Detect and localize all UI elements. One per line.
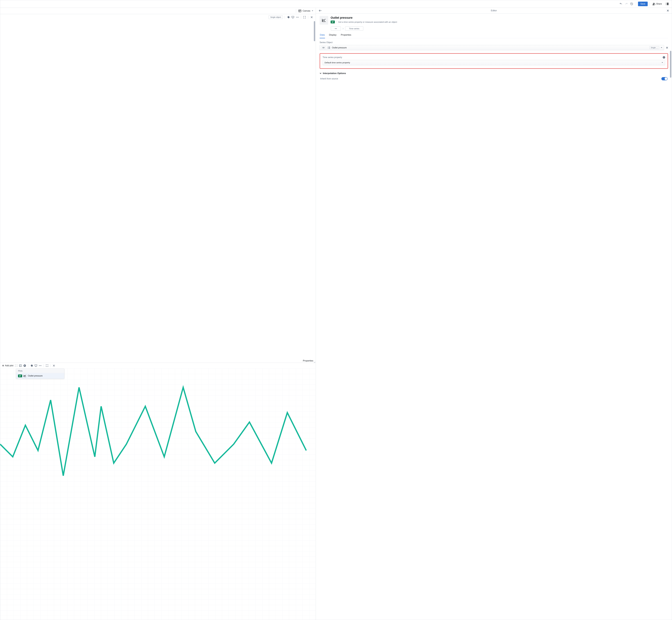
- panel-icon: [666, 3, 669, 5]
- svg-point-10: [298, 17, 299, 17]
- svg-point-16: [41, 365, 41, 366]
- undo-button[interactable]: [619, 1, 623, 6]
- redo-button[interactable]: [624, 1, 629, 6]
- tab-display[interactable]: Display: [329, 34, 337, 38]
- history-icon: [630, 2, 633, 5]
- expand-button[interactable]: [303, 15, 306, 19]
- expand-icon: [303, 16, 306, 18]
- scrollbar-thumb[interactable]: [670, 51, 671, 78]
- download-button[interactable]: [23, 364, 26, 367]
- separator: [650, 2, 650, 6]
- single-object-chip[interactable]: Single object: [268, 15, 283, 19]
- series-object-label: Series Object: [320, 41, 668, 44]
- plot-line-chart: [0, 368, 316, 495]
- inherit-toggle[interactable]: [661, 77, 668, 81]
- svg-point-14: [39, 365, 40, 366]
- plot-more-button[interactable]: [39, 364, 42, 367]
- interpolation-section-toggle[interactable]: Interpolation Options: [320, 72, 668, 75]
- tsp-value: Default time series property: [324, 61, 350, 64]
- breadcrumb-more[interactable]: •••: [331, 27, 341, 31]
- series-object-selector[interactable]: $D Outlet pressure Single …: [320, 45, 664, 50]
- tsp-label: Time series property: [322, 56, 342, 59]
- canvas-widget-pane: Single object: [0, 14, 316, 363]
- add-plot-button[interactable]: Add plot: [2, 364, 13, 367]
- chevron-down-icon: [320, 73, 321, 74]
- svg-point-19: [327, 48, 328, 49]
- breadcrumb: ••• Time series: [331, 27, 668, 31]
- f-badge: $F: [330, 20, 335, 23]
- series-object-tag: Single …: [650, 46, 659, 49]
- tab-data[interactable]: Data: [320, 34, 325, 38]
- plot-present-button[interactable]: [35, 364, 37, 367]
- info-icon[interactable]: [663, 56, 665, 59]
- svg-point-0: [653, 3, 654, 4]
- plot-area[interactable]: Plots $F Outlet pressure: [0, 368, 316, 620]
- close-icon: [311, 16, 313, 18]
- more-button[interactable]: [296, 15, 299, 19]
- inherit-toggle-row: Inherit from source: [320, 77, 668, 81]
- close-icon: [666, 47, 668, 49]
- panel-toggle-button[interactable]: [665, 1, 669, 6]
- split-button[interactable]: [19, 364, 22, 367]
- properties-label: Properties: [303, 359, 313, 362]
- plot-expand-button[interactable]: [46, 364, 49, 367]
- series-object-section: Series Object $D Outlet pressure Single …: [320, 41, 668, 50]
- presentation-icon: [35, 364, 37, 367]
- close-widget-button[interactable]: [310, 15, 313, 19]
- f-badge: $F: [18, 374, 22, 377]
- presentation-icon: [292, 16, 294, 18]
- properties-divider: Properties: [0, 358, 316, 363]
- history-button[interactable]: [629, 1, 634, 6]
- svg-point-15: [40, 365, 41, 366]
- download-icon: [23, 364, 26, 367]
- more-icon: [39, 365, 42, 366]
- plots-popup-item[interactable]: $F Outlet pressure: [16, 373, 64, 379]
- plot-item-label: Outlet pressure: [28, 375, 43, 377]
- canvas-header: Canvas: [0, 8, 316, 14]
- present-button[interactable]: [291, 15, 295, 19]
- settings-button[interactable]: [287, 15, 290, 19]
- breadcrumb-timeseries[interactable]: Time series: [345, 27, 363, 31]
- plus-icon: [2, 365, 4, 367]
- tsp-dropdown[interactable]: Default time series property: [322, 60, 665, 65]
- save-button[interactable]: Save: [638, 2, 648, 6]
- caret-down-icon: [312, 10, 313, 11]
- svg-rect-6: [299, 10, 301, 12]
- close-icon: [53, 365, 55, 367]
- editor-close-button[interactable]: [667, 9, 669, 12]
- close-icon: [667, 9, 669, 12]
- series-header: Outlet pressure $F • Get a time series p…: [320, 16, 668, 24]
- caret-down-icon: [662, 62, 663, 63]
- share-label: Share: [656, 3, 662, 5]
- share-button[interactable]: Share: [652, 2, 663, 6]
- left-pane: Canvas Single object: [0, 8, 316, 620]
- plot-close-button[interactable]: [52, 364, 55, 367]
- list-icon: [327, 47, 330, 49]
- plot-toolbar: Add plot: [0, 363, 316, 368]
- caret-down-icon: [661, 47, 662, 48]
- add-plot-label: Add plot: [5, 364, 13, 367]
- expand-icon: [46, 364, 48, 367]
- svg-point-18: [327, 47, 328, 48]
- svg-rect-5: [666, 5, 667, 5]
- svg-rect-2: [667, 3, 668, 5]
- svg-rect-11: [19, 365, 21, 367]
- svg-point-8: [296, 17, 297, 17]
- series-object-value: Outlet pressure: [332, 47, 347, 49]
- series-description: Get a time series property or measure as…: [338, 20, 397, 23]
- editor-back-button[interactable]: [319, 9, 322, 12]
- d-badge: $D: [321, 46, 326, 49]
- line-chart-icon: [23, 375, 27, 377]
- svg-rect-7: [292, 16, 294, 18]
- layout-icon: [299, 10, 301, 12]
- series-type-icon-box: [320, 16, 328, 24]
- remove-series-object-button[interactable]: [666, 47, 668, 49]
- svg-point-9: [297, 17, 298, 17]
- scrollbar-thumb[interactable]: [314, 21, 315, 41]
- split-icon: [19, 365, 21, 367]
- svg-point-17: [327, 47, 328, 47]
- canvas-dropdown[interactable]: Canvas: [299, 9, 313, 12]
- select-tool-button[interactable]: [15, 364, 17, 367]
- plot-settings-button[interactable]: [30, 364, 33, 367]
- tab-properties[interactable]: Properties: [341, 34, 352, 38]
